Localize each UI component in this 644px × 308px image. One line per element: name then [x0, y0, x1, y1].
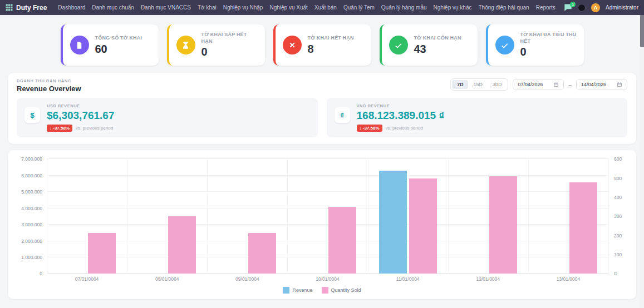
y-axis-left-tick: 6.000.000 [21, 173, 47, 178]
stat-value: 8 [308, 43, 354, 56]
dollar-icon: $ [24, 107, 40, 123]
y-axis-right-tick: 0 [608, 271, 617, 276]
usd-revenue-card: $ USD REVENUE $6,303,761.67 ↓ -37.58% vs… [17, 98, 318, 137]
bar-quantity-sold-12/01/0004[interactable] [489, 176, 517, 274]
scrollbar[interactable] [640, 15, 644, 308]
y-axis-right-tick: 200 [608, 233, 622, 239]
x-circle-icon [283, 36, 302, 54]
stat-card-fully-consumed[interactable]: TỜ KHAI ĐÃ TIÊU THỤ HẾT 0 [486, 24, 584, 66]
date-from-value: 07/04/2026 [518, 82, 543, 87]
legend-swatch [322, 287, 328, 294]
brand-label: Duty Free [16, 4, 47, 12]
x-axis-tick: 12/01/0004 [448, 276, 528, 282]
chart-plot: 01.000.0002.000.0003.000.0004.000.0005.0… [47, 159, 608, 274]
legend-item-revenue[interactable]: Revenue [283, 287, 312, 294]
bar-revenue-11/01/0004[interactable] [379, 171, 407, 274]
date-to-input[interactable]: 14/04/2026 [576, 79, 627, 90]
calendar-icon [553, 82, 559, 87]
nav-item-xuất-bán[interactable]: Xuất bán [311, 1, 340, 14]
range-button-30d[interactable]: 30D [488, 80, 507, 89]
date-from-input[interactable]: 07/04/2026 [513, 79, 564, 90]
nav-item-quản-lý-tem[interactable]: Quản lý Tem [340, 1, 378, 14]
avatar[interactable]: A [591, 3, 600, 12]
legend-swatch [283, 287, 289, 294]
x-axis-labels: 07/01/000408/01/000409/01/000410/01/0004… [47, 276, 608, 282]
hourglass-icon [176, 36, 195, 54]
main-nav: DashboardDanh mục chuẩnDanh mục VNACCSTờ… [55, 1, 558, 14]
vnd-change-badge: ↓ -37.58% [357, 125, 382, 132]
scrollbar-thumb[interactable] [640, 15, 644, 47]
vnd-revenue-label: VND REVENUE [357, 103, 445, 108]
stat-label: TỜ KHAI ĐÃ TIÊU THỤ HẾT [520, 32, 577, 44]
usd-change-badge: ↓ -37.58% [47, 125, 72, 132]
stat-value: 0 [201, 46, 258, 58]
stat-label: TỜ KHAI SẮP HẾT HẠN [201, 32, 258, 44]
bar-quantity-sold-13/01/0004[interactable] [569, 182, 597, 274]
legend-label: Quantity Sold [331, 287, 361, 293]
chart-legend: RevenueQuantity Sold [16, 287, 628, 296]
y-axis-right-tick: 100 [608, 252, 622, 257]
stat-card-total-declarations[interactable]: TỔNG SỐ TỜ KHAI 60 [61, 24, 159, 66]
x-axis-tick: 13/01/0004 [528, 276, 608, 282]
nav-item-tờ-khai[interactable]: Tờ khai [194, 1, 220, 14]
bar-quantity-sold-09/01/0004[interactable] [248, 233, 276, 274]
y-axis-right-tick: 500 [608, 176, 622, 181]
document-icon [70, 36, 89, 54]
chat-button[interactable]: 1 [564, 4, 572, 11]
x-axis-tick: 07/01/0004 [47, 276, 127, 282]
bar-quantity-sold-10/01/0004[interactable] [328, 207, 356, 274]
app-brand[interactable]: Duty Free [6, 4, 47, 12]
theme-toggle-moon-icon[interactable] [578, 4, 586, 12]
x-axis-tick: 09/01/0004 [207, 276, 287, 282]
apps-grid-icon [6, 4, 13, 11]
stat-card-valid[interactable]: TỜ KHAI CÒN HẠN 43 [380, 24, 478, 66]
stat-value: 0 [520, 46, 577, 58]
revenue-chart-panel: 01.000.0002.000.0003.000.0004.000.0005.0… [8, 150, 636, 299]
stat-card-expired[interactable]: TỜ KHAI HẾT HẠN 8 [273, 24, 371, 66]
bar-group-09/01/0004 [207, 159, 287, 274]
bar-quantity-sold-11/01/0004[interactable] [409, 178, 437, 274]
y-axis-left-tick: 4.000.000 [21, 206, 47, 211]
nav-item-nghiệp-vụ-khác[interactable]: Nghiệp vụ khác [430, 1, 475, 14]
vnd-revenue-card: ₫ VND REVENUE 168.123.389.015 ₫ ↓ -37.58… [327, 98, 628, 137]
bar-group-08/01/0004 [127, 159, 207, 274]
stat-label: TỜ KHAI HẾT HẠN [308, 35, 354, 42]
check-circle-icon [389, 36, 408, 54]
revenue-subtitle: DOANH THU BÁN HÀNG [17, 78, 81, 83]
nav-item-danh-mục-vnaccs[interactable]: Danh mục VNACCS [137, 1, 194, 14]
y-axis-left-tick: 0 [40, 271, 47, 276]
vnd-change-note: vs. previous period [386, 126, 423, 131]
navbar-right: 1 A Administrator [564, 3, 638, 12]
nav-item-dashboard[interactable]: Dashboard [55, 1, 89, 14]
legend-item-quantity-sold[interactable]: Quantity Sold [322, 287, 361, 294]
stat-cards-row: TỔNG SỐ TỜ KHAI 60 TỜ KHAI SẮP HẾT HẠN 0… [0, 15, 644, 66]
date-range-separator: – [568, 82, 572, 88]
stat-label: TỜ KHAI CÒN HẠN [414, 35, 461, 42]
nav-item-nghiệp-vụ-nhập[interactable]: Nghiệp vụ Nhập [220, 1, 267, 14]
revenue-overview-panel: DOANH THU BÁN HÀNG Revenue Overview 7D15… [8, 73, 636, 144]
y-axis-right-tick: 600 [608, 156, 622, 162]
user-name[interactable]: Administrator [606, 4, 638, 11]
nav-item-nghiệp-vụ-xuất[interactable]: Nghiệp vụ Xuất [266, 1, 311, 14]
nav-item-danh-mục-chuẩn[interactable]: Danh mục chuẩn [89, 1, 137, 14]
usd-revenue-value: $6,303,761.67 [47, 110, 115, 122]
bar-quantity-sold-07/01/0004[interactable] [88, 233, 116, 274]
bar-group-07/01/0004 [47, 159, 127, 274]
nav-item-quản-lý-hàng-mẫu[interactable]: Quản lý hàng mẫu [378, 1, 430, 14]
stat-value: 43 [414, 43, 461, 56]
revenue-controls: 7D15D30D 07/04/2026 – 14/04/2026 [450, 78, 627, 91]
bar-group-13/01/0004 [528, 159, 608, 274]
stat-label: TỔNG SỐ TỜ KHAI [95, 35, 142, 42]
usd-change-note: vs. previous period [76, 126, 113, 131]
y-axis-left-tick: 2.000.000 [21, 239, 47, 244]
revenue-title: Revenue Overview [17, 85, 81, 93]
stat-card-expiring-soon[interactable]: TỜ KHAI SẮP HẾT HẠN 0 [167, 24, 265, 66]
top-navbar: Duty Free DashboardDanh mục chuẩnDanh mụ… [0, 0, 644, 15]
nav-item-reports[interactable]: Reports [533, 1, 559, 14]
y-axis-right-tick: 400 [608, 195, 622, 200]
range-button-15d[interactable]: 15D [468, 80, 488, 89]
bar-group-10/01/0004 [287, 159, 367, 274]
bar-quantity-sold-08/01/0004[interactable] [168, 216, 196, 274]
nav-item-thông-điệp-hải-quan[interactable]: Thông điệp hải quan [475, 1, 532, 14]
range-button-7d[interactable]: 7D [452, 80, 469, 89]
